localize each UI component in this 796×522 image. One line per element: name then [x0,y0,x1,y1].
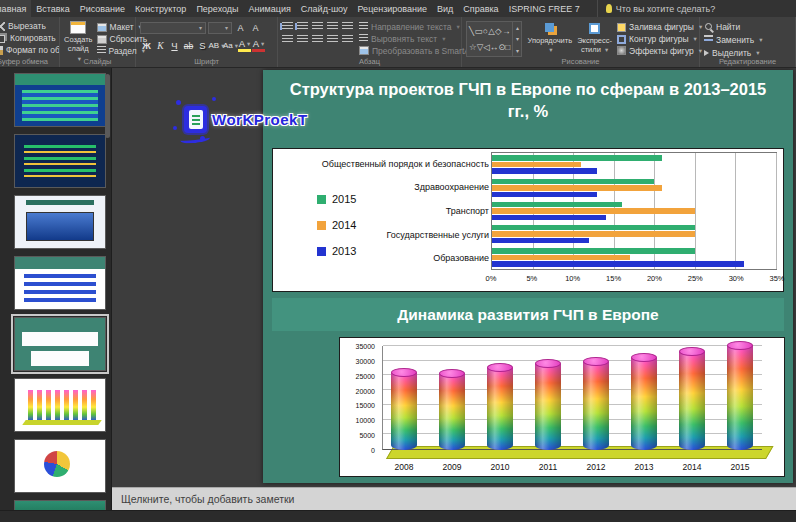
bold-button[interactable]: Ж [140,39,153,53]
chart-plot-area [491,152,777,270]
ribbon-tab-4[interactable]: Конструктор [130,0,191,17]
bullets-icon[interactable] [282,22,293,31]
ribbon-tab-1[interactable]: Главная [0,0,31,17]
shape-icon[interactable]: ○ [483,27,488,36]
font-color-button[interactable]: А [252,40,265,52]
increase-indent-icon[interactable] [327,22,338,31]
columns-icon[interactable] [342,35,353,44]
slide-thumbnail-1[interactable] [14,73,106,127]
thumbnail-scrollbar[interactable] [105,74,110,138]
shape-icon[interactable]: ⊙ [498,43,505,52]
current-slide[interactable]: Структура проектов ГЧП в Европе по сфера… [263,70,793,483]
format-painter-button[interactable]: Формат по образцу [0,44,55,56]
paragraph-group-label: Абзац [278,57,461,66]
new-slide-button[interactable]: Создать слайд [64,20,93,56]
font-size-select[interactable]: ▾ [208,22,232,34]
shape-fill-icon [617,23,626,32]
cut-button[interactable]: Вырезать [0,20,55,32]
slide-title[interactable]: Структура проектов ГЧП в Европе по сфера… [283,78,773,123]
numbering-icon[interactable] [297,22,308,31]
replace-button[interactable]: Заменить [704,33,791,46]
change-case-button[interactable]: Аа [224,39,237,53]
copy-icon [0,35,5,43]
ribbon-tab-7[interactable]: Слайд-шоу [296,0,353,17]
category-label: Транспорт [313,206,489,216]
editing-canvas[interactable]: Структура проектов ГЧП в Европе по сфера… [112,68,796,487]
shape-icon[interactable]: ↔ [490,43,499,52]
cylinder-bar-2012 [583,362,609,450]
ribbon-tab-10[interactable]: Справка [458,0,503,17]
bar-group [492,202,776,221]
slide-thumbnail-7[interactable] [14,439,106,493]
category-label: Образование [313,253,489,263]
character-spacing-button[interactable]: АВ [210,39,223,53]
shape-outline-button[interactable]: Контур фигуры [617,34,702,45]
arrange-button[interactable]: Упорядочить [527,20,572,56]
shape-icon[interactable]: △ [488,27,495,36]
align-right-icon[interactable] [312,35,323,44]
format-painter-icon [0,46,3,55]
shape-icon[interactable]: ☆ [469,43,477,52]
text-shadow-button[interactable]: S [196,39,209,53]
slide-thumbnail-8[interactable] [14,500,106,510]
reset-icon [97,35,107,44]
ribbon-group-font: ▾ ▾ А А Ж К Ч ab S АВ Аа А А Шрифт [136,17,278,67]
quick-styles-button[interactable]: Экспресс-стили [577,20,612,56]
justify-icon[interactable] [327,35,338,44]
shapes-gallery[interactable]: ╲▭○△◇→☆▽◁↔⊙□ ▴▾▾ [466,21,522,57]
gallery-scroll[interactable]: ▴▾▾ [512,22,521,56]
ribbon-tab-5[interactable]: Переходы [191,0,243,17]
shape-icon[interactable]: ◇ [495,27,502,36]
slide-thumbnail-4[interactable] [14,256,106,310]
slide-subtitle-band[interactable]: Динамика развития ГЧП в Европе [272,298,784,331]
slide-thumbnail-6[interactable] [14,378,106,432]
bar-chart[interactable]: 201520142013 Общественный порядок и безо… [272,148,784,292]
category-label: Общественный порядок и безопасность [313,159,489,169]
bar-2015 [492,155,662,161]
axis-tick-label: 15000 [356,402,375,409]
bar-2013 [492,261,744,267]
font-group-label: Шрифт [136,57,277,66]
shape-effects-button[interactable]: Эффекты фигур [617,45,702,56]
slide-thumbnail-2[interactable] [14,134,106,188]
cylinder-chart[interactable]: 05000100001500020000250003000035000 2008… [339,337,785,477]
slide-thumbnail-5-selected[interactable] [14,317,106,371]
arrange-icon [545,23,554,32]
ribbon-tab-11[interactable]: ISPRING FREE 7 [504,0,585,17]
ribbon-tab-3[interactable]: Рисование [75,0,130,17]
new-slide-icon [70,21,86,34]
font-name-select[interactable]: ▾ [140,22,206,34]
notes-pane[interactable]: Щелкните, чтобы добавить заметки [112,487,796,510]
shape-icon[interactable]: ▭ [474,27,482,36]
ribbon-tab-2[interactable]: Вставка [31,0,74,17]
watermark: WorKProekT [184,106,308,133]
shape-icon[interactable]: → [502,27,511,36]
slide-thumbnail-3[interactable] [14,195,106,249]
find-button[interactable]: Найти [704,20,791,33]
chart2-y-axis: 05000100001500020000250003000035000 [340,346,378,450]
shape-icon[interactable]: ╲ [469,27,474,36]
shrink-font-button[interactable]: А [249,22,262,34]
decrease-indent-icon[interactable] [312,22,323,31]
grow-font-button[interactable]: А [234,22,247,34]
cut-label: Вырезать [8,21,46,31]
ribbon-tab-8[interactable]: Рецензирование [353,0,433,17]
underline-button[interactable]: Ч [168,39,181,53]
italic-button[interactable]: К [154,39,167,53]
layout-icon [97,23,107,32]
copy-button[interactable]: Копировать [0,32,55,44]
axis-tick-label: 30000 [356,357,375,364]
align-left-icon[interactable] [282,35,293,44]
shape-fill-button[interactable]: Заливка фигуры [617,22,702,33]
bar-2015 [492,225,695,231]
cylinder-body [631,358,657,450]
highlight-color-button[interactable]: А [238,40,251,52]
line-spacing-icon[interactable] [342,22,353,31]
ribbon-tab-9[interactable]: Вид [432,0,458,17]
ribbon-tab-6[interactable]: Анимация [244,0,296,17]
shape-icon[interactable]: □ [505,43,510,52]
tell-me-search[interactable]: Что вы хотите сделать? [597,0,716,17]
align-center-icon[interactable] [297,35,308,44]
strikethrough-button[interactable]: ab [182,39,195,53]
editing-group-label: Редактирование [700,57,795,66]
